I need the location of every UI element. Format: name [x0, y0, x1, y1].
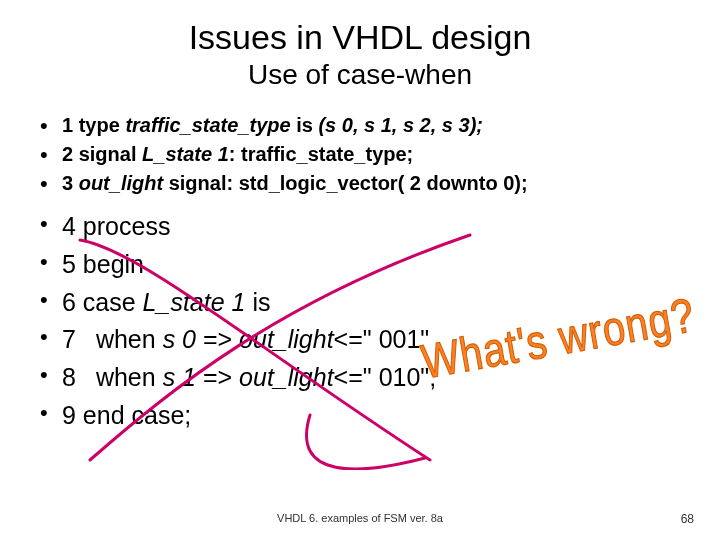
page-number: 68 [681, 512, 694, 526]
proc-line-8: 8when s 1 => out_light<=" 010"; [34, 361, 686, 395]
slide-subtitle: Use of case-when [0, 59, 720, 91]
line-num: 1 type traffic_state_type is (s 0, s 1, … [62, 114, 483, 136]
line-num: 3 out_light signal: std_logic_vector( 2 … [62, 172, 528, 194]
footer-text: VHDL 6. examples of FSM ver. 8a [0, 512, 720, 524]
decl-line-1: 1 type traffic_state_type is (s 0, s 1, … [34, 113, 686, 138]
proc-line-5: 5 begin [34, 248, 686, 282]
slide-title: Issues in VHDL design [0, 0, 720, 57]
line-num: 2 signal L_state 1: traffic_state_type; [62, 143, 413, 165]
proc-line-4: 4 process [34, 210, 686, 244]
proc-line-9: 9 end case; [34, 399, 686, 433]
decl-line-3: 3 out_light signal: std_logic_vector( 2 … [34, 171, 686, 196]
declaration-list: 1 type traffic_state_type is (s 0, s 1, … [34, 113, 686, 196]
slide-body: 1 type traffic_state_type is (s 0, s 1, … [0, 91, 720, 433]
decl-line-2: 2 signal L_state 1: traffic_state_type; [34, 142, 686, 167]
